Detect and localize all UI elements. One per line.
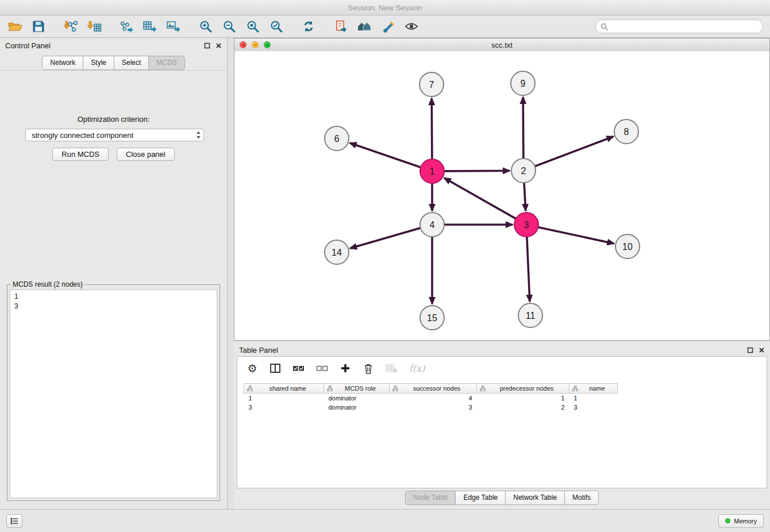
tab-edge-table[interactable]: Edge Table [456, 491, 506, 505]
graph-node-7[interactable]: 7 [419, 72, 444, 97]
split-view-button[interactable] [270, 362, 281, 375]
tab-network[interactable]: Network [42, 56, 83, 70]
graph-node-1[interactable]: 1 [420, 159, 444, 183]
zoom-in-button[interactable] [197, 18, 215, 35]
graph-edge-2-9[interactable] [523, 97, 523, 159]
graph-node-11[interactable]: 11 [518, 303, 542, 327]
graph-node-10[interactable]: 10 [615, 234, 640, 259]
graph-node-4[interactable]: 4 [420, 213, 444, 237]
graph-node-3[interactable]: 3 [514, 213, 538, 237]
graph-edge-3-10[interactable] [538, 227, 614, 244]
first-neighbors-button[interactable] [355, 18, 374, 35]
float-window-icon [204, 43, 210, 49]
table-row[interactable]: 3dominator323 [244, 403, 767, 412]
graph-node-9[interactable]: 9 [511, 71, 535, 95]
hide-panels-button[interactable] [6, 514, 22, 528]
show-hide-button[interactable] [402, 18, 421, 35]
tab-node-table[interactable]: Node Table [405, 491, 456, 505]
graph-edge-2-8[interactable] [535, 137, 614, 167]
window-minimize-icon[interactable] [252, 41, 259, 48]
column-header-filler [618, 384, 767, 394]
column-tree-icon [572, 385, 578, 391]
tab-style[interactable]: Style [83, 56, 114, 70]
table-cell[interactable]: dominator [324, 394, 390, 403]
delete-table-button[interactable] [386, 362, 398, 375]
table-settings-button[interactable]: ⚙ [247, 362, 258, 375]
mcds-result-list[interactable]: 13 [10, 290, 217, 498]
float-table-panel-button[interactable] [747, 347, 753, 353]
optimization-criterion-select[interactable]: strongly connected component [25, 129, 204, 141]
column-header-name[interactable]: name [569, 384, 618, 394]
trash-icon [364, 363, 373, 374]
delete-row-button[interactable] [363, 362, 374, 375]
graph-node-15[interactable]: 15 [420, 306, 444, 330]
table-cell[interactable]: 3 [569, 403, 618, 412]
close-table-panel-button[interactable] [759, 347, 765, 353]
tab-mcds[interactable]: MCDS [149, 56, 184, 70]
column-header-successor-nodes[interactable]: successor nodes [390, 384, 477, 394]
table-cell[interactable]: 4 [390, 394, 477, 403]
window-zoom-icon[interactable] [264, 41, 271, 48]
open-session-button[interactable] [6, 18, 24, 35]
graph-edge-3-1[interactable] [444, 178, 516, 219]
zoom-selected-button[interactable] [267, 18, 286, 35]
window-titlebar: Session: New Session [0, 0, 770, 16]
close-icon [215, 43, 222, 49]
export-table-button[interactable] [141, 18, 159, 35]
eye-icon [405, 20, 418, 33]
table-row[interactable]: 1dominator411 [244, 394, 767, 403]
select-all-button[interactable] [292, 362, 305, 375]
table-cell[interactable]: 1 [569, 394, 618, 403]
copy-view-button[interactable] [332, 18, 350, 35]
refresh-view-button[interactable] [299, 18, 318, 35]
graph-edge-4-14[interactable] [350, 228, 421, 249]
memory-button[interactable]: Memory [718, 514, 764, 528]
tab-motifs[interactable]: Motifs [565, 491, 599, 505]
graph-edge-1-2[interactable] [444, 171, 510, 171]
graph-node-2[interactable]: 2 [511, 159, 536, 183]
network-canvas[interactable]: 7968124314101511 [234, 51, 769, 340]
table-cell[interactable]: 3 [244, 403, 324, 412]
table-cell[interactable]: 3 [390, 403, 477, 412]
float-panel-button[interactable] [204, 43, 210, 49]
main-toolbar [0, 16, 770, 38]
unselect-all-button[interactable] [316, 362, 328, 375]
export-network-button[interactable] [117, 18, 136, 35]
save-session-button[interactable] [29, 18, 48, 35]
network-graph[interactable]: 7968124314101511 [234, 51, 769, 340]
graph-edge-2-3[interactable] [524, 183, 526, 211]
export-image-button[interactable] [164, 18, 183, 35]
table-cell[interactable]: 1 [244, 394, 324, 403]
table-cell[interactable]: dominator [324, 403, 390, 412]
graph-node-14[interactable]: 14 [325, 240, 349, 264]
import-network-button[interactable] [61, 18, 80, 35]
tab-select[interactable]: Select [114, 56, 149, 70]
column-header-predecessor-nodes[interactable]: predecessor nodes [477, 384, 569, 394]
add-row-button[interactable] [340, 362, 351, 375]
tab-network-table[interactable]: Network Table [506, 491, 565, 505]
close-panel-button-secondary[interactable]: Close panel [117, 148, 175, 161]
graph-edge-1-7[interactable] [432, 98, 432, 159]
svg-text:11: 11 [526, 311, 536, 321]
run-mcds-button[interactable]: Run MCDS [52, 148, 109, 161]
graph-node-6[interactable]: 6 [325, 126, 349, 151]
table-cell[interactable]: 1 [477, 394, 569, 403]
zoom-out-button[interactable] [220, 18, 238, 35]
window-close-icon[interactable] [240, 41, 247, 48]
column-header-MCDS-role[interactable]: MCDS role [324, 384, 390, 394]
zoom-fit-button[interactable] [244, 18, 262, 35]
graph-node-8[interactable]: 8 [614, 119, 638, 144]
function-builder-button[interactable]: f(x) [409, 362, 425, 375]
close-panel-button[interactable] [215, 43, 222, 49]
table-cell[interactable]: 2 [477, 403, 569, 412]
window-title: Session: New Session [348, 3, 422, 12]
import-table-button[interactable] [85, 18, 103, 35]
apply-style-button[interactable] [379, 18, 397, 35]
mcds-result-line: 1 [14, 292, 213, 302]
import-table-icon [87, 20, 102, 33]
svg-text:9: 9 [521, 79, 526, 88]
search-input[interactable] [611, 22, 758, 31]
graph-edge-1-6[interactable] [350, 143, 421, 167]
column-header-shared-name[interactable]: shared name [244, 384, 324, 394]
graph-edge-3-11[interactable] [527, 237, 530, 302]
